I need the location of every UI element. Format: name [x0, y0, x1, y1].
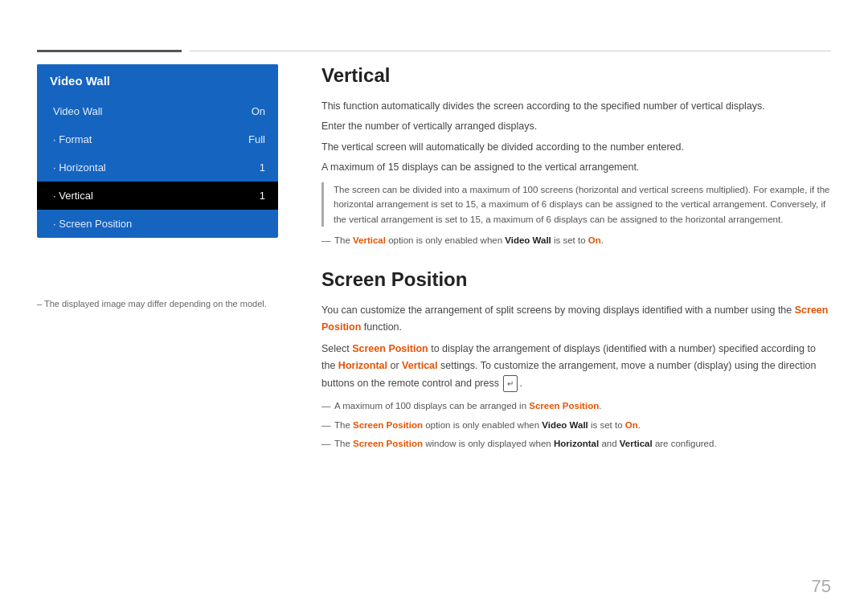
- sp-note-3-highlight-sp: Screen Position: [353, 439, 423, 448]
- sp-highlight-2: Screen Position: [352, 343, 428, 354]
- sp-note-2: The Screen Position option is only enabl…: [321, 418, 831, 434]
- main-content: Vertical This function automatically div…: [321, 64, 831, 576]
- vertical-note-line: The Vertical option is only enabled when…: [321, 233, 831, 249]
- sidebar-item-screenposition-label: · Screen Position: [53, 218, 132, 230]
- sidebar-item-format-value: Full: [248, 133, 265, 145]
- sp-note-2-highlight-sp: Screen Position: [353, 420, 423, 430]
- vertical-title: Vertical: [321, 64, 831, 87]
- sidebar-note: – The displayed image may differ dependi…: [37, 297, 278, 311]
- sidebar-item-screenposition[interactable]: · Screen Position: [37, 210, 278, 238]
- vertical-section: Vertical This function automatically div…: [321, 64, 831, 249]
- sidebar-item-format[interactable]: · Format Full: [37, 125, 278, 153]
- sidebar-note-text: – The displayed image may differ dependi…: [37, 299, 267, 309]
- top-bar-line: [190, 51, 831, 51]
- sp-highlight-1: Screen Position: [321, 304, 828, 333]
- sidebar-item-horizontal-label: · Horizontal: [53, 161, 106, 174]
- vertical-line-3: The vertical screen will automatically b…: [321, 139, 831, 156]
- vertical-highlight-1: Vertical: [353, 235, 386, 245]
- sidebar-item-vertical-label: · Vertical: [53, 190, 93, 202]
- enter-icon: ↵: [503, 375, 518, 392]
- vertical-line-2: Enter the number of vertically arranged …: [321, 118, 831, 135]
- sidebar-item-videowall-value: On: [252, 105, 265, 117]
- sidebar-item-vertical[interactable]: · Vertical 1: [37, 182, 278, 210]
- top-bar: [37, 50, 831, 51]
- sp-highlight-3: Horizontal: [338, 360, 387, 371]
- sp-note-1: A maximum of 100 displays can be arrange…: [321, 398, 831, 415]
- sp-note-3-highlight-h: Horizontal: [554, 439, 599, 448]
- sp-note-3: The Screen Position window is only displ…: [321, 436, 831, 452]
- screenposition-title: Screen Position: [321, 268, 831, 291]
- sidebar-item-horizontal[interactable]: · Horizontal 1: [37, 153, 278, 182]
- sidebar-item-videowall[interactable]: Video Wall On: [37, 97, 278, 125]
- sp-note-2-highlight-vw: Video Wall: [542, 420, 588, 430]
- sidebar-title: Video Wall: [37, 64, 278, 97]
- sidebar: Video Wall Video Wall On · Format Full ·…: [37, 64, 278, 238]
- screenposition-body: You can customize the arrangement of spl…: [321, 302, 831, 452]
- sidebar-item-vertical-value: 1: [260, 190, 265, 202]
- vertical-note-block-text: The screen can be divided into a maximum…: [334, 185, 829, 224]
- vertical-note-block: The screen can be divided into a maximum…: [321, 182, 831, 227]
- sidebar-item-horizontal-value: 1: [260, 161, 265, 174]
- vertical-line-4: A maximum of 15 displays can be assigned…: [321, 159, 831, 176]
- page-number: 75: [812, 576, 831, 597]
- screenposition-para1: You can customize the arrangement of spl…: [321, 302, 831, 337]
- sp-note-3-highlight-v: Vertical: [620, 439, 653, 448]
- sp-note-2-highlight-on: On: [625, 420, 638, 430]
- sidebar-item-format-label: · Format: [53, 133, 92, 145]
- vertical-body: This function automatically divides the …: [321, 98, 831, 249]
- sp-highlight-4: Vertical: [402, 360, 437, 371]
- vertical-highlight-3: On: [588, 235, 601, 245]
- top-bar-accent: [37, 50, 182, 52]
- sp-note-1-highlight: Screen Position: [529, 401, 599, 411]
- vertical-highlight-2: Video Wall: [505, 235, 551, 245]
- screenposition-para2: Select Screen Position to display the ar…: [321, 341, 831, 392]
- vertical-line-1: This function automatically divides the …: [321, 98, 831, 115]
- sidebar-item-videowall-label: Video Wall: [53, 105, 102, 117]
- screenposition-section: Screen Position You can customize the ar…: [321, 268, 831, 452]
